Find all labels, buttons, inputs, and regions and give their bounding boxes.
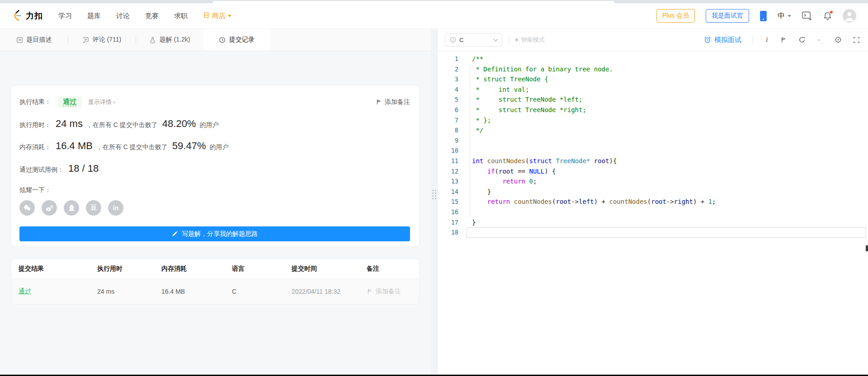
nav-item-learn[interactable]: 学习 xyxy=(58,12,72,20)
pencil-icon xyxy=(172,231,178,237)
submission-time: 2022/04/11 18:32 xyxy=(292,288,367,295)
share-buttons: 豆 in xyxy=(19,200,410,216)
nav-item-jobs[interactable]: 求职 xyxy=(174,12,188,20)
flag-icon xyxy=(367,288,373,295)
code-line[interactable]: 10 xyxy=(438,146,868,156)
code-line[interactable]: 9 xyxy=(438,136,868,146)
nav-item-discuss[interactable]: 讨论 xyxy=(116,12,130,20)
leetcode-logo[interactable]: 力扣 xyxy=(12,9,43,23)
editor-info-icon[interactable]: i xyxy=(764,36,769,44)
runtime-stat: 执行用时： 24 ms ，在所有 C 提交中击败了 48.20% 的用户 xyxy=(19,118,410,130)
fullscreen-icon[interactable] xyxy=(853,37,860,43)
playground-new-icon[interactable] xyxy=(802,11,812,21)
code-line[interactable]: 4 * int val; xyxy=(438,85,868,95)
table-header: 提交结果 执行用时 内存消耗 语言 提交时间 备注 xyxy=(11,259,419,279)
tab-description[interactable]: 题目描述 xyxy=(0,29,68,51)
plus-member-button[interactable]: Plus 会员 xyxy=(656,9,695,23)
info-circle-icon xyxy=(450,37,456,43)
submission-memory: 16.4 MB xyxy=(161,288,232,295)
show-details-link[interactable]: 显示详情 › xyxy=(88,98,115,106)
testcases-value: 18 / 18 xyxy=(68,163,99,174)
submission-status-link[interactable]: 通过 xyxy=(19,287,97,296)
status-badge[interactable]: 通过 xyxy=(57,96,82,108)
left-panel: 题目描述 评论 (711) 题解 (1.2k) 提交记录 执行结果： 通过 xyxy=(0,29,431,376)
wechat-icon[interactable] xyxy=(19,200,35,216)
tab-comments[interactable]: 评论 (711) xyxy=(68,29,136,51)
panel-resize-handle[interactable] xyxy=(431,29,437,376)
row-add-note-button[interactable]: 添加备注 xyxy=(367,287,419,296)
code-line[interactable]: 7 * }; xyxy=(438,115,868,126)
code-line[interactable]: 11int countNodes(struct TreeNode* root){ xyxy=(438,156,868,166)
code-line[interactable]: 8 */ xyxy=(438,125,868,136)
reset-code-icon[interactable] xyxy=(798,36,806,43)
comment-icon xyxy=(82,37,89,43)
console-icon[interactable]: >_ xyxy=(817,37,823,43)
browser-tab-strip xyxy=(0,0,868,3)
qq-icon[interactable] xyxy=(64,200,79,216)
tab-submissions[interactable]: 提交记录 xyxy=(203,29,270,51)
douban-icon[interactable]: 豆 xyxy=(86,200,101,216)
tab-bar: 题目描述 评论 (711) 题解 (1.2k) 提交记录 xyxy=(0,29,431,51)
tab-solutions[interactable]: 题解 (1.2k) xyxy=(136,29,203,51)
top-navbar: 力扣 学习 题库 讨论 竞赛 求职 商店 Plus 会员 我是 xyxy=(0,3,868,29)
submission-runtime: 24 ms xyxy=(97,288,161,295)
editor-toolbar: C 智能模式 模拟面试 i >_ xyxy=(438,29,868,51)
code-line[interactable]: 14 } xyxy=(438,187,868,197)
code-line[interactable]: 1/** xyxy=(438,54,868,64)
weibo-icon[interactable] xyxy=(42,200,57,216)
code-line[interactable]: 18 xyxy=(438,227,868,238)
notification-badge xyxy=(830,10,833,14)
flag-icon xyxy=(376,99,382,105)
dot-icon xyxy=(515,38,518,41)
nav-item-contest[interactable]: 竞赛 xyxy=(145,12,159,20)
alarm-clock-icon xyxy=(704,36,711,43)
code-line[interactable]: 2 * Definition for a binary tree node. xyxy=(438,64,868,75)
code-line[interactable]: 13 return 0; xyxy=(438,176,868,187)
code-line[interactable]: 12 if(root == NULL) { xyxy=(438,166,868,177)
code-line[interactable]: 16 xyxy=(438,207,868,217)
language-switcher[interactable]: 中 xyxy=(778,11,791,21)
avatar[interactable] xyxy=(843,9,856,23)
chevron-down-icon xyxy=(228,15,231,17)
editor-flag-icon[interactable] xyxy=(780,37,787,43)
chevron-down-icon xyxy=(788,15,791,17)
result-label: 执行结果： xyxy=(19,98,51,106)
selected-language: C xyxy=(459,37,491,43)
chevron-down-icon xyxy=(494,37,498,41)
nav-item-problems[interactable]: 题库 xyxy=(87,12,101,20)
notifications-bell-icon[interactable] xyxy=(823,11,832,21)
code-line[interactable]: 6 * struct TreeNode *right; xyxy=(438,105,868,115)
code-lines: 1/**2 * Definition for a binary tree nod… xyxy=(438,54,868,238)
overview-ruler-cursor xyxy=(866,245,868,251)
code-editor-panel: C 智能模式 模拟面试 i >_ xyxy=(437,29,868,376)
nav-item-store[interactable]: 商店 xyxy=(203,12,231,20)
flask-icon xyxy=(149,37,156,43)
memory-beats: 59.47% xyxy=(172,140,206,152)
code-line[interactable]: 17} xyxy=(438,217,868,228)
code-editor[interactable]: 1/**2 * Definition for a binary tree nod… xyxy=(438,51,868,376)
clock-icon xyxy=(219,37,226,43)
linkedin-icon[interactable]: in xyxy=(108,200,123,216)
mock-interview-button[interactable]: 模拟面试 xyxy=(704,36,741,44)
code-line[interactable]: 3 * struct TreeNode { xyxy=(438,74,868,85)
mobile-app-icon[interactable] xyxy=(760,11,767,21)
code-line[interactable]: 15 return countNodes(root->left) + count… xyxy=(438,197,868,207)
drag-dots-icon xyxy=(432,190,436,201)
execution-result-card: 执行结果： 通过 显示详情 › 添加备注 执行用时： 24 ms ，在所有 C … xyxy=(11,85,420,247)
leetcode-submission-page: 力扣 学习 题库 讨论 竞赛 求职 商店 Plus 会员 我是 xyxy=(0,0,868,376)
language-select[interactable]: C xyxy=(445,33,502,47)
write-solution-button[interactable]: 写题解，分享我的解题思路 xyxy=(19,226,410,241)
code-line[interactable]: 5 * struct TreeNode *left; xyxy=(438,94,868,105)
leetcode-logo-icon xyxy=(12,9,23,23)
editor-settings-icon[interactable] xyxy=(835,36,842,43)
brag-label: 炫耀一下： xyxy=(19,186,410,194)
smart-mode-indicator[interactable]: 智能模式 xyxy=(515,36,545,44)
memory-stat: 内存消耗： 16.4 MB ，在所有 C 提交中击败了 59.47% 的用户 xyxy=(19,140,410,152)
memory-value: 16.4 MB xyxy=(56,140,93,152)
testcases-stat: 通过测试用例： 18 / 18 xyxy=(19,163,410,174)
add-note-button[interactable]: 添加备注 xyxy=(376,98,410,106)
interviewer-button[interactable]: 我是面试官 xyxy=(706,9,749,23)
logo-text: 力扣 xyxy=(26,10,43,21)
submissions-table: 提交结果 执行用时 内存消耗 语言 提交时间 备注 通过 24 ms 16.4 … xyxy=(11,258,420,305)
runtime-value: 24 ms xyxy=(56,118,83,130)
